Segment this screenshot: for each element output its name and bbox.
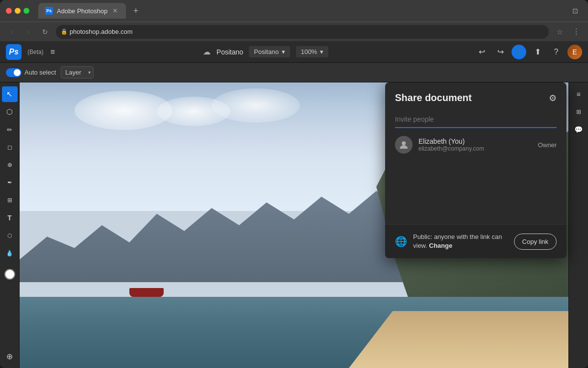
bookmark-icon[interactable]: ☆ — [554, 26, 565, 38]
change-link[interactable]: Change — [429, 242, 453, 249]
active-tab[interactable]: Ps Adobe Photoshop ✕ — [38, 3, 126, 19]
new-tab-button[interactable]: + — [129, 4, 143, 18]
close-button[interactable] — [6, 8, 12, 14]
share-settings-button[interactable]: ⚙ — [549, 93, 557, 104]
extra-tool-button[interactable]: ⊕ — [2, 348, 18, 364]
collaborator-info: Elizabeth (You) elizabeth@company.com — [418, 137, 532, 152]
hamburger-menu-button[interactable]: ≡ — [49, 46, 57, 58]
toggle-knob — [14, 69, 21, 76]
auto-select-label: Auto select — [24, 69, 56, 76]
collaborator-email: elizabeth@company.com — [418, 145, 532, 152]
globe-icon: 🌐 — [395, 236, 407, 247]
doc-name-dropdown[interactable]: Positano ▾ — [249, 46, 290, 57]
collaborate-button[interactable]: 👤 — [512, 45, 526, 59]
collaborator-avatar — [395, 136, 413, 154]
app-header: Ps (Beta) ≡ ☁ Positano Positano ▾ 100% ▾… — [0, 41, 588, 63]
share-header: Share document ⚙ — [385, 82, 566, 111]
toolbar: Auto select Layer ▾ — [0, 63, 588, 82]
red-boat — [129, 288, 164, 297]
collaborator-role: Owner — [538, 141, 557, 149]
lock-icon: 🔒 — [61, 28, 68, 35]
maximize-button[interactable] — [24, 8, 29, 14]
foreground-color-swatch[interactable] — [2, 267, 17, 282]
header-actions: ↩ ↪ 👤 ⬆ ? E — [474, 45, 582, 59]
share-body: Elizabeth (You) elizabeth@company.com Ow… — [385, 111, 566, 161]
share-panel-title: Share document — [395, 92, 472, 104]
right-tool-panel: ≡ ⊞ 💬 — [568, 82, 588, 368]
minimize-button[interactable] — [15, 8, 21, 14]
address-input[interactable] — [56, 25, 549, 39]
eraser-tool-button[interactable]: ◻ — [2, 139, 18, 155]
user-avatar[interactable]: E — [567, 45, 582, 59]
zoom-dropdown[interactable]: 100% ▾ — [296, 46, 328, 57]
layers-panel-button[interactable]: ≡ — [571, 86, 587, 102]
share-panel: Share document ⚙ Elizabeth (You) elizabe… — [385, 82, 566, 258]
tab-title: Adobe Photoshop — [57, 7, 107, 15]
collaborator-name: Elizabeth (You) — [418, 137, 532, 145]
cloud-icon: ☁ — [203, 47, 211, 56]
public-link-text: Public: anyone with the link can view. C… — [413, 233, 508, 250]
tab-bar: Ps Adobe Photoshop ✕ + — [38, 3, 564, 19]
text-tool-button[interactable]: T — [2, 210, 18, 226]
help-button[interactable]: ? — [549, 45, 564, 59]
redo-button[interactable]: ↪ — [493, 45, 508, 59]
svg-point-0 — [402, 141, 406, 145]
clone-tool-button[interactable]: ⊕ — [2, 157, 18, 173]
comments-panel-button[interactable]: 💬 — [571, 122, 587, 137]
collaborator-row: Elizabeth (You) elizabeth@company.com Ow… — [395, 128, 557, 161]
app-area: Ps (Beta) ≡ ☁ Positano Positano ▾ 100% ▾… — [0, 41, 588, 368]
title-bar: Ps Adobe Photoshop ✕ + ⊡ — [0, 0, 588, 22]
lasso-tool-button[interactable]: ⬡ — [2, 104, 18, 120]
select-tool-button[interactable]: ↖ — [2, 86, 18, 102]
undo-button[interactable]: ↩ — [474, 45, 489, 59]
main-content: ↖ ⬡ ✏ ◻ ⊕ ✒ ⊞ T ⬡ 💧 ⊕ — [0, 82, 588, 368]
eyedropper-tool-button[interactable]: 💧 — [2, 245, 18, 261]
address-wrapper: 🔒 — [56, 25, 549, 39]
browser-actions: ⊡ — [568, 4, 582, 18]
invite-input[interactable] — [395, 111, 557, 128]
layer-select[interactable]: Layer — [61, 66, 94, 79]
tab-favicon: Ps — [45, 7, 53, 15]
reload-button[interactable]: ↻ — [39, 26, 51, 38]
ps-logo: Ps — [6, 44, 22, 60]
adjustments-panel-button[interactable]: ⊞ — [571, 104, 587, 120]
cloud-3 — [212, 88, 300, 123]
back-button[interactable]: ‹ — [6, 26, 18, 38]
share-button[interactable]: ⬆ — [530, 45, 545, 59]
pen-tool-button[interactable]: ✒ — [2, 175, 18, 190]
tab-close-button[interactable]: ✕ — [111, 7, 119, 15]
beta-label: (Beta) — [27, 49, 44, 55]
browser-frame: Ps Adobe Photoshop ✕ + ⊡ ‹ › ↻ 🔒 ☆ ⋮ Ps … — [0, 0, 588, 368]
toggle-switch[interactable] — [6, 68, 22, 77]
layer-select-wrapper: Layer ▾ — [61, 66, 94, 79]
copy-link-button[interactable]: Copy link — [514, 234, 557, 250]
cast-icon[interactable]: ⊡ — [568, 4, 582, 18]
share-panel-spacer — [385, 161, 566, 220]
address-bar: ‹ › ↻ 🔒 ☆ ⋮ — [0, 22, 588, 41]
browser-menu-button[interactable]: ⋮ — [570, 26, 582, 38]
forward-button[interactable]: › — [23, 26, 34, 38]
traffic-lights — [6, 8, 29, 14]
transform-tool-button[interactable]: ⬡ — [2, 228, 18, 243]
auto-select-toggle: Auto select — [6, 68, 56, 77]
brush-tool-button[interactable]: ✏ — [2, 122, 18, 137]
document-name: Positano — [217, 48, 243, 56]
left-tool-panel: ↖ ⬡ ✏ ◻ ⊕ ✒ ⊞ T ⬡ 💧 ⊕ — [0, 82, 20, 368]
header-center: ☁ Positano Positano ▾ 100% ▾ — [62, 46, 469, 57]
share-footer: 🌐 Public: anyone with the link can view.… — [385, 224, 566, 258]
crop-tool-button[interactable]: ⊞ — [2, 192, 18, 208]
